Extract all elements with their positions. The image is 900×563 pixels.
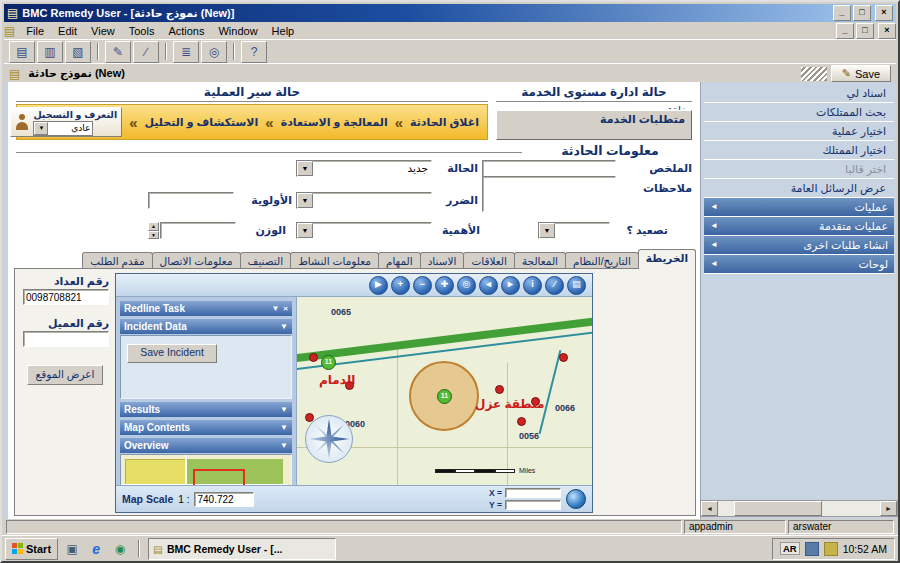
chevron-down-icon[interactable]: ▼ xyxy=(297,223,313,238)
menu-edit[interactable]: Edit xyxy=(51,24,84,38)
full-extent-icon[interactable]: ◎ xyxy=(457,276,476,295)
tab-activity-info[interactable]: معلومات النشاط xyxy=(290,252,379,269)
valve-marker[interactable] xyxy=(309,353,318,362)
tab-tasks[interactable]: المهام xyxy=(378,252,421,269)
tab-assignment[interactable]: الاسناد xyxy=(420,252,465,269)
weight-stepper[interactable]: ▲▼ xyxy=(148,222,159,239)
sidebar-item-asset-search[interactable]: بحث الممتلكات xyxy=(704,103,894,122)
map-scale-input[interactable] xyxy=(194,492,254,507)
sidebar-item-select-asset[interactable]: اختيار الممتلك xyxy=(704,141,894,160)
valve-marker[interactable] xyxy=(517,417,526,426)
redline-task-header[interactable]: Redline Task ▼ × xyxy=(120,301,292,316)
stage-resolution-recovery[interactable]: المعالجة و الاستعادة xyxy=(281,116,388,129)
tab-classification[interactable]: التصنيف xyxy=(240,252,292,269)
incident-marker[interactable]: 11 xyxy=(437,389,452,404)
show-location-button[interactable]: اعرض الموقع xyxy=(27,365,103,385)
minimize-button[interactable]: _ xyxy=(833,5,851,21)
stage-investigation-analysis[interactable]: الاستكشاف و التحليل xyxy=(144,116,258,129)
chevron-down-icon[interactable]: ▼ xyxy=(280,405,288,414)
meter-number-input[interactable] xyxy=(23,289,109,305)
damage-dropdown[interactable]: ▼ xyxy=(296,192,432,209)
close-button[interactable]: × xyxy=(875,5,893,21)
close-icon[interactable]: × xyxy=(283,304,288,313)
pan-icon[interactable]: ✚ xyxy=(435,276,454,295)
menu-actions[interactable]: Actions xyxy=(161,24,211,38)
incident-data-header[interactable]: Incident Data ▼ xyxy=(120,319,292,334)
chevron-down-icon[interactable]: ▼ xyxy=(297,161,313,176)
show-desktop-icon[interactable]: ▣ xyxy=(62,539,82,559)
preview-icon[interactable]: ◎ xyxy=(201,41,227,63)
media-icon[interactable]: ◉ xyxy=(110,539,130,559)
sidebar-item-advanced-operations[interactable]: عمليات متقدمة ◄ xyxy=(704,217,894,236)
chevron-down-icon[interactable]: ▼ xyxy=(34,122,48,135)
menu-tools[interactable]: Tools xyxy=(122,24,162,38)
scroll-right-icon[interactable]: ► xyxy=(880,501,897,516)
sidebar-item-operations[interactable]: عمليات ◄ xyxy=(704,198,894,217)
sidebar-item-create-other-requests[interactable]: انشاء طلبات اخرى ◄ xyxy=(704,236,894,255)
search-icon[interactable]: ▥ xyxy=(37,41,63,63)
chevron-down-icon[interactable]: ▼ xyxy=(280,423,288,432)
status-dropdown[interactable]: ▼ جديد xyxy=(296,160,432,177)
sidebar-item-view-public-messages[interactable]: عرض الرسائل العامة xyxy=(704,179,894,198)
stage-current-identification[interactable]: التعرف و التسجيل ▼ عادي xyxy=(10,107,122,137)
valve-marker[interactable] xyxy=(559,353,568,362)
incident-marker[interactable]: 11 xyxy=(321,355,336,370)
globe-icon[interactable] xyxy=(566,489,586,509)
zoom-in-icon[interactable]: + xyxy=(391,276,410,295)
save-button[interactable]: ✎ Save xyxy=(831,65,891,82)
chevron-down-icon[interactable]: ▼ xyxy=(297,193,313,208)
y-coordinate-input[interactable] xyxy=(505,500,561,510)
sidebar-item-select-operation[interactable]: اختيار عملية xyxy=(704,122,894,141)
weight-input[interactable] xyxy=(160,222,236,239)
sidebar-item-assigned-to-me[interactable]: اسناد لي xyxy=(704,84,894,103)
map-contents-header[interactable]: Map Contents ▼ xyxy=(120,420,292,435)
menu-help[interactable]: Help xyxy=(265,24,302,38)
overview-map-thumbnail[interactable]: الدمام xyxy=(120,454,292,485)
menu-view[interactable]: View xyxy=(84,24,122,38)
x-coordinate-input[interactable] xyxy=(505,488,561,498)
clock[interactable]: 10:52 AM xyxy=(843,543,887,555)
scroll-left-icon[interactable]: ◄ xyxy=(701,501,718,516)
tab-history-system[interactable]: التاريخ/النظام xyxy=(565,252,639,269)
measure-icon[interactable]: ∕ xyxy=(545,276,564,295)
customer-number-input[interactable] xyxy=(23,331,109,347)
start-button[interactable]: Start xyxy=(5,538,58,560)
print-map-icon[interactable]: ▤ xyxy=(567,276,586,295)
chevron-down-icon[interactable]: ▼ xyxy=(539,223,555,238)
notes-textarea[interactable] xyxy=(482,176,616,212)
network-icon[interactable] xyxy=(805,542,819,556)
results-header[interactable]: Results ▼ xyxy=(120,402,292,417)
map-canvas[interactable]: 11 11 الدمام منطقة عزل 0065 0060 0056 00… xyxy=(296,297,592,485)
sidebar-item-consoles[interactable]: لوحات ◄ xyxy=(704,255,894,274)
menu-window[interactable]: Window xyxy=(211,24,264,38)
importance-dropdown[interactable]: ▼ xyxy=(296,222,432,239)
chevron-down-icon[interactable]: ▼ xyxy=(271,304,279,313)
chevron-down-icon[interactable]: ▼ xyxy=(280,441,288,450)
service-requirements-box[interactable]: متطلبات الخدمة xyxy=(496,110,692,140)
summary-input[interactable] xyxy=(482,160,616,177)
next-extent-icon[interactable]: ► xyxy=(501,276,520,295)
task-button-bmc-remedy[interactable]: ▤ BMC Remedy User - [... xyxy=(148,538,336,560)
zoom-out-icon[interactable]: − xyxy=(413,276,432,295)
child-minimize-button[interactable]: _ xyxy=(836,23,854,39)
new-request-icon[interactable]: ▤ xyxy=(9,41,35,63)
valve-marker[interactable] xyxy=(495,385,504,394)
volume-icon[interactable] xyxy=(824,542,838,556)
modify-icon[interactable]: ✎ xyxy=(105,41,131,63)
stage-close-incident[interactable]: اغلاق الحادثة xyxy=(410,116,479,129)
tab-resolution[interactable]: المعالجة xyxy=(514,252,566,269)
child-close-button[interactable]: × xyxy=(878,23,896,39)
horizontal-scrollbar[interactable]: ◄ ► xyxy=(700,500,898,517)
prev-extent-icon[interactable]: ◄ xyxy=(479,276,498,295)
identify-icon[interactable]: i xyxy=(523,276,542,295)
stage-mode-dropdown[interactable]: ▼ عادي xyxy=(33,121,93,136)
maximize-button[interactable]: □ xyxy=(853,5,871,21)
escalation-dropdown[interactable]: ▼ xyxy=(538,222,610,239)
menu-file[interactable]: File xyxy=(19,24,51,38)
priority-input[interactable] xyxy=(148,192,234,209)
clear-icon[interactable]: ∕ xyxy=(133,41,159,63)
scrollbar-thumb[interactable] xyxy=(734,501,822,516)
child-restore-button[interactable]: □ xyxy=(856,23,874,39)
tab-requester[interactable]: مقدم الطلب xyxy=(82,252,152,269)
context-help-icon[interactable]: ? xyxy=(241,41,267,63)
